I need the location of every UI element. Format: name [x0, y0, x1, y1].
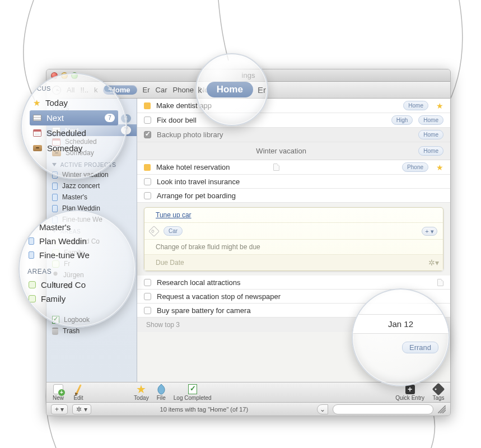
due-date-label[interactable]: Due Date	[156, 259, 184, 267]
pencil-icon	[76, 384, 81, 394]
task-title: Look into travel insurance	[157, 178, 443, 186]
editor-note[interactable]: Change of brake fluid might be due	[156, 243, 260, 251]
log-completed-icon	[188, 384, 197, 394]
magnifier-lens-filterbar: k Home Er	[195, 53, 268, 126]
section-header[interactable]: Winter vacation Home	[137, 142, 450, 160]
tag-pill[interactable]: Phone	[402, 162, 428, 172]
add-tag-button[interactable]: + ▾	[422, 227, 437, 236]
task-row[interactable]: Fix door bell High Home	[137, 113, 450, 128]
lens-filter-home: Home	[207, 82, 253, 97]
tag-pill[interactable]: Home	[418, 130, 443, 139]
project-icon	[29, 251, 34, 259]
filter-errand[interactable]: Er	[143, 86, 150, 94]
checkbox[interactable]	[144, 293, 151, 300]
project-icon	[29, 237, 34, 245]
task-editor[interactable]: Tune up car Car + ▾ Change of brake flui…	[144, 207, 443, 271]
lens-text: Today	[45, 98, 68, 108]
tag-pill[interactable]: Home	[418, 146, 443, 156]
lens-heading: OCUS	[32, 85, 51, 92]
lens-date: Jan 12	[352, 314, 450, 334]
lens-text: Master's	[39, 222, 71, 232]
task-row[interactable]: Backup photo library Home	[137, 128, 450, 142]
file-icon	[157, 384, 166, 395]
statusbar-add-button[interactable]: + ▾	[51, 404, 68, 414]
note-icon	[273, 164, 279, 171]
editor-title[interactable]: Tune up car	[156, 211, 192, 219]
lens-text: Er	[258, 85, 266, 95]
filter-car[interactable]: Car	[156, 86, 167, 94]
area-icon	[29, 295, 36, 302]
project-icon	[52, 194, 58, 201]
task-row[interactable]: Make dentist app Home ★	[137, 99, 450, 113]
sidebar-item-label: Trash	[63, 327, 80, 335]
sidebar-item-label: Jazz concert	[62, 182, 100, 190]
lens-text: Scheduled	[46, 128, 86, 138]
toolbar-log-completed[interactable]: Log Completed	[174, 384, 212, 401]
tag-pill[interactable]: High	[391, 115, 413, 125]
checkbox[interactable]	[144, 116, 151, 124]
toolbar-label: Quick Entry	[395, 395, 424, 401]
checkbox[interactable]	[144, 178, 151, 185]
sidebar-item-label: Master's	[62, 193, 87, 201]
search-scope-button[interactable]: ⌄	[317, 404, 328, 414]
toolbar-new[interactable]: New	[52, 384, 64, 401]
task-title: Fix door bell	[157, 116, 386, 124]
lens-text: Fine-tune We	[39, 250, 90, 260]
checkbox[interactable]	[144, 279, 151, 286]
star-icon[interactable]: ★	[436, 101, 443, 110]
task-row[interactable]: Research local attractions	[137, 276, 450, 290]
sidebar-trash[interactable]: Trash	[46, 325, 137, 337]
star-icon[interactable]: ★	[436, 163, 443, 172]
magnifier-lens-date-tag: Jan 12 Errand	[352, 288, 450, 386]
toolbar-edit[interactable]: Edit	[72, 384, 85, 401]
search-input[interactable]	[337, 405, 429, 413]
checkbox-checked[interactable]	[144, 131, 151, 138]
task-row[interactable]: Look into travel insurance	[137, 175, 450, 189]
toolbar-tags[interactable]: Tags	[432, 384, 445, 401]
lens-heading: AREAS	[27, 268, 52, 276]
star-icon: ★	[136, 382, 146, 396]
sidebar-project[interactable]: Master's	[46, 192, 137, 203]
calendar-icon	[33, 129, 41, 137]
task-title: Research local attractions	[157, 278, 432, 287]
status-bar: + ▾ ✲ ▾ 10 items with tag "Home" (of 17)…	[46, 402, 450, 416]
lens-text: Next	[46, 113, 64, 123]
flag-icon	[144, 102, 151, 109]
magnifier-lens-focus: OCUS 4 ★ Today Next 7 Scheduled Someday	[21, 73, 127, 179]
lens-badge: 7	[105, 114, 115, 122]
lens-text: k	[198, 85, 202, 95]
task-row[interactable]: Arrange for pet boarding	[137, 189, 450, 203]
statusbar-gear-button[interactable]: ✲ ▾	[72, 404, 91, 414]
filter-phone[interactable]: Phone	[172, 86, 194, 94]
search-field[interactable]	[333, 404, 433, 414]
project-icon	[29, 223, 34, 231]
toolbar-today[interactable]: ★ Today	[134, 384, 149, 401]
toolbar-file[interactable]: File	[157, 384, 166, 401]
project-icon	[52, 183, 58, 190]
tag-pill[interactable]: Home	[418, 115, 443, 125]
stack-icon	[33, 115, 41, 121]
status-text: 10 items with tag "Home" (of 17)	[96, 406, 312, 413]
task-row[interactable]: Make hotel reservation Phone ★	[137, 160, 450, 175]
drawer-icon	[33, 145, 42, 151]
task-title: Backup photo library	[157, 130, 413, 139]
area-icon	[29, 281, 36, 288]
toolbar-label: Tags	[432, 395, 444, 401]
tag-pill[interactable]: Car	[164, 226, 183, 236]
lens-tag: Errand	[402, 342, 438, 353]
tag-icon	[432, 383, 445, 396]
gear-icon[interactable]: ✲▾	[428, 258, 437, 267]
lens-text: Family	[41, 294, 66, 304]
lens-text: Plan Weddin	[39, 236, 87, 246]
new-icon	[53, 384, 63, 394]
sidebar-project[interactable]: Jazz concert	[46, 180, 137, 192]
resize-handle[interactable]	[438, 405, 446, 413]
trash-icon	[52, 328, 58, 335]
section-title: Winter vacation	[144, 147, 418, 155]
checkbox[interactable]	[144, 192, 151, 199]
lens-text: Cultured Co	[41, 280, 86, 290]
checkbox[interactable]	[144, 307, 151, 314]
toolbar-label: Today	[134, 395, 149, 401]
note-icon	[437, 279, 443, 286]
tag-pill[interactable]: Home	[403, 101, 428, 110]
